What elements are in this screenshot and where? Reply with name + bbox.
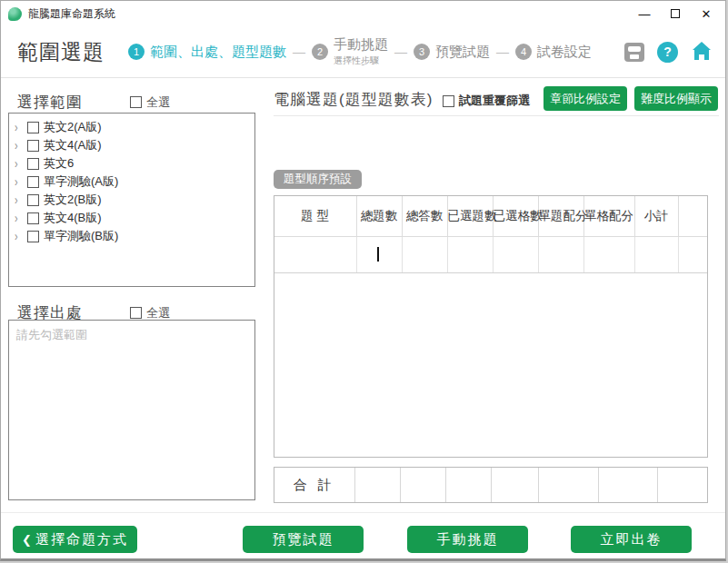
step-3-badge: 3 <box>414 44 430 60</box>
tree-item[interactable]: › 單字測驗(A版) <box>15 173 249 191</box>
range-select-all[interactable]: 全選 <box>130 94 170 111</box>
cell-selected-blanks[interactable] <box>493 236 538 272</box>
computer-selection-title: 電腦選題(題型題數表) <box>274 89 433 110</box>
cell-subtotal <box>634 236 678 272</box>
step-2-manual-pick[interactable]: 2 手動挑題 選擇性步驟 <box>312 36 388 67</box>
cell-points-per-blank[interactable] <box>583 236 634 272</box>
tree-item-label: 英文4(B版) <box>44 210 102 226</box>
help-icon[interactable]: ? <box>657 42 678 63</box>
tree-item-label: 英文2(A版) <box>44 119 102 135</box>
tree-item-checkbox[interactable] <box>27 122 39 133</box>
save-icon[interactable] <box>624 43 644 62</box>
home-icon[interactable] <box>691 42 713 62</box>
chevron-right-icon[interactable]: › <box>15 174 27 189</box>
difficulty-ratio-button[interactable]: 難度比例顯示 <box>634 86 718 111</box>
back-to-method-button[interactable]: ❮選擇命題方式 <box>13 526 137 553</box>
chevron-right-icon[interactable]: › <box>15 193 27 207</box>
home-icon-roof <box>693 42 711 50</box>
step-1-badge: 1 <box>128 44 145 60</box>
app-logo-icon <box>8 7 22 21</box>
tree-item[interactable]: › 英文2(B版) <box>15 191 249 209</box>
cell-total-answers[interactable] <box>402 236 447 272</box>
source-list[interactable]: 請先勾選範圍 <box>8 320 255 500</box>
source-select-all[interactable]: 全選 <box>130 305 170 321</box>
duplicate-filter-checkbox[interactable] <box>443 95 454 107</box>
range-tree[interactable]: › 英文2(A版) › 英文4(A版) › 英文6 › 單字測驗(A版) › 英… <box>8 113 255 287</box>
step-separator: — <box>496 44 509 59</box>
duplicate-filter[interactable]: 試題重覆篩選 <box>443 93 530 109</box>
total-cell <box>354 468 400 502</box>
col-points-per-question: 單題配分 <box>538 196 583 236</box>
table-row <box>274 236 707 272</box>
tree-item[interactable]: › 英文6 <box>15 154 249 173</box>
source-select-all-checkbox[interactable] <box>130 307 142 319</box>
maximize-button[interactable] <box>660 3 691 25</box>
header: 範圍選題 1 範圍、出處、題型題數 — 2 手動挑題 選擇性步驟 — 3 預覽試… <box>1 26 725 78</box>
home-icon-door <box>699 54 704 60</box>
source-placeholder: 請先勾選範圍 <box>16 327 247 343</box>
range-select-all-checkbox[interactable] <box>130 96 142 108</box>
tree-item-label: 單字測驗(A版) <box>44 173 118 190</box>
tree-item[interactable]: › 單字測驗(B版) <box>15 227 249 245</box>
total-row: 合 計 <box>274 467 708 503</box>
chevron-right-icon[interactable]: › <box>15 138 27 153</box>
tree-item-checkbox[interactable] <box>27 194 39 206</box>
tree-item-label: 英文4(A版) <box>44 137 102 153</box>
total-cell <box>598 468 657 502</box>
close-button[interactable]: ✕ <box>691 3 722 25</box>
tree-item-label: 單字測驗(B版) <box>44 228 118 244</box>
tree-item[interactable]: › 英文2(A版) <box>15 118 249 136</box>
tree-item-checkbox[interactable] <box>27 140 39 152</box>
cell-total-questions-input[interactable] <box>356 236 402 272</box>
chevron-right-icon[interactable]: › <box>15 120 27 134</box>
col-points-per-blank: 單格配分 <box>583 196 634 236</box>
col-selected-questions: 已選題數 <box>447 196 493 236</box>
chevron-right-icon[interactable]: › <box>15 156 27 171</box>
preview-questions-button[interactable]: 預覽試題 <box>243 526 364 553</box>
col-total-questions: 總題數 <box>356 196 402 236</box>
total-cell <box>445 468 491 502</box>
total-cell <box>400 468 445 502</box>
page-title: 範圍選題 <box>17 38 105 66</box>
header-icons: ? <box>624 42 713 63</box>
step-4-paper-settings[interactable]: 4 試卷設定 <box>515 44 592 61</box>
window-title: 龍騰題庫命題系統 <box>28 6 629 22</box>
app-window: 龍騰題庫命題系統 — ✕ 範圍選題 1 範圍、出處、題型題數 — 2 手動挑題 … <box>0 0 726 561</box>
step-4-badge: 4 <box>515 44 532 60</box>
col-selected-blanks: 已選格數 <box>493 196 538 236</box>
question-type-table: 題 型 總題數 總答數 已選題數 已選格數 單題配分 單格配分 小計 <box>274 195 708 458</box>
generate-paper-button[interactable]: 立即出卷 <box>571 526 692 553</box>
chevron-right-icon[interactable]: › <box>15 229 27 243</box>
tree-item[interactable]: › 英文4(A版) <box>15 136 249 154</box>
tree-item-label: 英文6 <box>44 155 74 172</box>
cell-points-per-question[interactable] <box>538 236 583 272</box>
maximize-icon <box>671 9 680 18</box>
wizard-stepper: 1 範圍、出處、題型題數 — 2 手動挑題 選擇性步驟 — 3 預覽試題 — 4… <box>128 36 624 67</box>
step-2-badge: 2 <box>312 44 328 60</box>
tree-item-checkbox[interactable] <box>27 176 39 188</box>
tree-item[interactable]: › 英文4(B版) <box>15 209 249 227</box>
cell-question-type[interactable] <box>274 236 356 272</box>
col-question-type: 題 型 <box>274 196 356 236</box>
chapter-ratio-button[interactable]: 章節比例設定 <box>544 86 627 111</box>
cell-selected-questions[interactable] <box>447 236 493 272</box>
step-1-range[interactable]: 1 範圍、出處、題型題數 <box>128 44 286 61</box>
minimize-button[interactable]: — <box>629 3 660 25</box>
footer-divider <box>1 512 725 513</box>
range-panel-title: 選擇範圍 <box>17 92 83 113</box>
col-extra <box>678 196 707 236</box>
chevron-right-icon[interactable]: › <box>15 211 27 225</box>
total-cell <box>491 468 538 502</box>
tree-item-label: 英文2(B版) <box>44 192 102 208</box>
manual-pick-button[interactable]: 手動挑題 <box>407 526 528 553</box>
table-header-row: 題 型 總題數 總答數 已選題數 已選格數 單題配分 單格配分 小計 <box>274 196 707 236</box>
chevron-left-icon: ❮ <box>22 533 32 547</box>
tree-item-checkbox[interactable] <box>27 158 39 170</box>
tree-item-checkbox[interactable] <box>27 231 39 242</box>
question-order-default-button[interactable]: 題型順序預設 <box>274 170 362 189</box>
tree-item-checkbox[interactable] <box>27 212 39 224</box>
total-label: 合 計 <box>274 468 354 502</box>
col-subtotal: 小計 <box>634 196 678 236</box>
step-3-preview[interactable]: 3 預覽試題 <box>414 44 490 61</box>
col-total-answers: 總答數 <box>402 196 447 236</box>
